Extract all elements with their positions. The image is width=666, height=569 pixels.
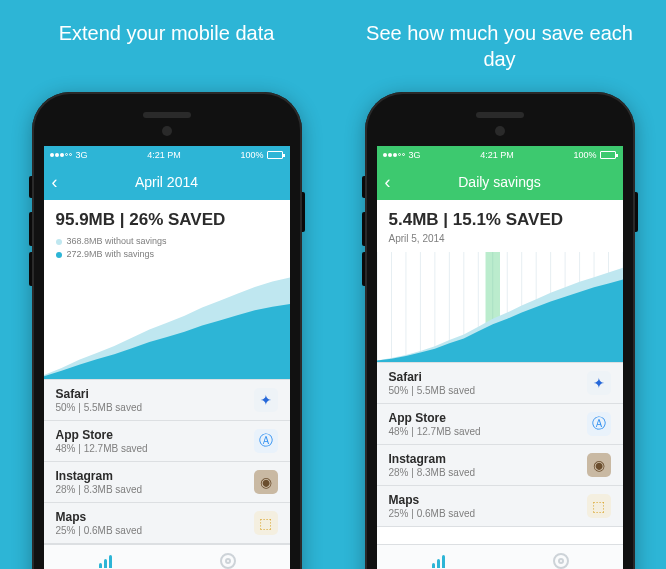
app-row[interactable]: Instagram 28% | 8.3MB saved ◉ <box>44 462 290 503</box>
app-icon: Ⓐ <box>587 412 611 436</box>
signal-dots-icon <box>50 153 72 157</box>
app-icon: ✦ <box>254 388 278 412</box>
carrier-label: 3G <box>409 150 421 160</box>
app-savings: 48% | 12.7MB saved <box>56 443 148 454</box>
app-row[interactable]: App Store 48% | 12.7MB saved Ⓐ <box>44 421 290 462</box>
promo-panel-right: See how much you save each day 3G 4:21 P… <box>333 0 666 569</box>
promo-title: Extend your mobile data <box>0 20 333 92</box>
stats-summary: 95.9MB | 26% SAVED 368.8MB without savin… <box>44 200 290 269</box>
app-name: App Store <box>389 411 481 425</box>
settings-tab-icon <box>553 553 569 569</box>
phone-screen: 3G 4:21 PM 100% ‹ Daily savings 5.4MB | … <box>377 146 623 569</box>
app-savings: 28% | 8.3MB saved <box>389 467 476 478</box>
app-savings: 25% | 0.6MB saved <box>389 508 476 519</box>
battery-icon <box>600 151 616 159</box>
stats-headline: 5.4MB | 15.1% SAVED <box>389 210 611 230</box>
app-name: Safari <box>56 387 143 401</box>
phone-frame: 3G 4:21 PM 100% ‹ April 2014 95.9MB | 26… <box>32 92 302 569</box>
back-button[interactable]: ‹ <box>52 172 58 193</box>
tab-settings[interactable]: Settings <box>167 545 290 569</box>
promo-panel-left: Extend your mobile data 3G 4:21 PM 100% … <box>0 0 333 569</box>
legend: 368.8MB without savings 272.9MB with sav… <box>56 235 278 261</box>
app-row[interactable]: Instagram 28% | 8.3MB saved ◉ <box>377 445 623 486</box>
app-name: Instagram <box>389 452 476 466</box>
app-icon: ✦ <box>587 371 611 395</box>
app-icon: ◉ <box>254 470 278 494</box>
stats-summary: 5.4MB | 15.1% SAVED April 5, 2014 <box>377 200 623 252</box>
nav-bar: ‹ Daily savings <box>377 164 623 200</box>
app-name: Instagram <box>56 469 143 483</box>
app-row[interactable]: Maps 25% | 0.6MB saved ⬚ <box>377 486 623 527</box>
stats-date: April 5, 2014 <box>389 233 611 244</box>
app-savings: 25% | 0.6MB saved <box>56 525 143 536</box>
legend-dot-without-icon <box>56 239 62 245</box>
legend-without-label: 368.8MB without savings <box>67 235 167 248</box>
status-bar: 3G 4:21 PM 100% <box>44 146 290 164</box>
phone-screen: 3G 4:21 PM 100% ‹ April 2014 95.9MB | 26… <box>44 146 290 569</box>
tab-settings[interactable]: Settings <box>500 545 623 569</box>
nav-title: April 2014 <box>135 174 198 190</box>
app-row[interactable]: App Store 48% | 12.7MB saved Ⓐ <box>377 404 623 445</box>
app-name: Maps <box>389 493 476 507</box>
app-savings: 50% | 5.5MB saved <box>389 385 476 396</box>
usage-chart <box>44 269 290 379</box>
back-button[interactable]: ‹ <box>385 172 391 193</box>
settings-tab-icon <box>220 553 236 569</box>
app-icon: ⬚ <box>587 494 611 518</box>
status-time: 4:21 PM <box>147 150 181 160</box>
usage-chart <box>377 252 623 362</box>
status-bar: 3G 4:21 PM 100% <box>377 146 623 164</box>
app-savings: 28% | 8.3MB saved <box>56 484 143 495</box>
app-name: Maps <box>56 510 143 524</box>
battery-percent: 100% <box>573 150 596 160</box>
app-icon: Ⓐ <box>254 429 278 453</box>
battery-percent: 100% <box>240 150 263 160</box>
app-row[interactable]: Safari 50% | 5.5MB saved ✦ <box>377 363 623 404</box>
savings-tab-icon <box>432 554 445 568</box>
stats-headline: 95.9MB | 26% SAVED <box>56 210 278 230</box>
savings-tab-icon <box>99 554 112 568</box>
tab-bar: Savings Settings <box>44 544 290 569</box>
app-name: App Store <box>56 428 148 442</box>
tab-savings[interactable]: Savings <box>377 545 500 569</box>
app-row[interactable]: Maps 25% | 0.6MB saved ⬚ <box>44 503 290 544</box>
nav-title: Daily savings <box>458 174 540 190</box>
battery-icon <box>267 151 283 159</box>
signal-dots-icon <box>383 153 405 157</box>
status-time: 4:21 PM <box>480 150 514 160</box>
app-icon: ⬚ <box>254 511 278 535</box>
tab-bar: Savings Settings <box>377 544 623 569</box>
nav-bar: ‹ April 2014 <box>44 164 290 200</box>
app-name: Safari <box>389 370 476 384</box>
app-icon: ◉ <box>587 453 611 477</box>
carrier-label: 3G <box>76 150 88 160</box>
legend-dot-with-icon <box>56 252 62 258</box>
app-savings: 50% | 5.5MB saved <box>56 402 143 413</box>
app-row[interactable]: Safari 50% | 5.5MB saved ✦ <box>44 380 290 421</box>
app-savings: 48% | 12.7MB saved <box>389 426 481 437</box>
tab-savings[interactable]: Savings <box>44 545 167 569</box>
legend-with-label: 272.9MB with savings <box>67 248 155 261</box>
phone-frame: 3G 4:21 PM 100% ‹ Daily savings 5.4MB | … <box>365 92 635 569</box>
promo-title: See how much you save each day <box>333 20 666 92</box>
